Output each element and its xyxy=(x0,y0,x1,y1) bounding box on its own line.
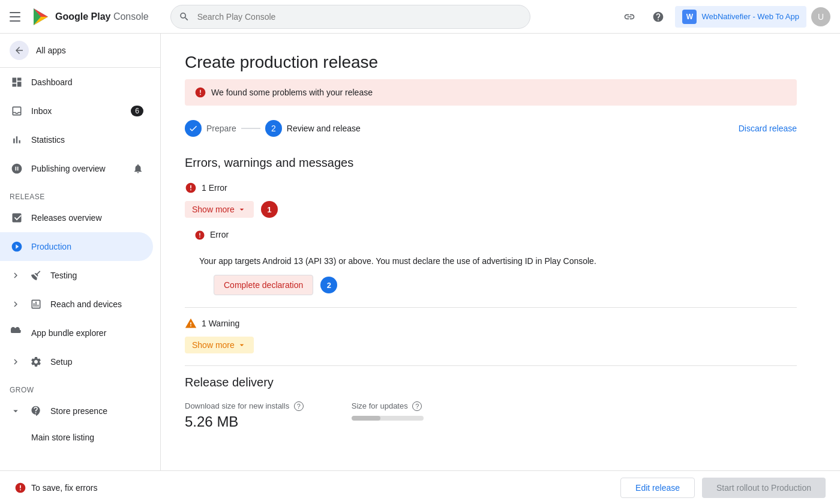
dashboard-icon xyxy=(10,75,24,89)
sidebar-item-setup[interactable]: Setup xyxy=(0,347,153,376)
publishing-label: Publishing overview xyxy=(31,164,125,173)
nav-right-actions: W WebNativefier - Web To App U xyxy=(617,5,830,29)
complete-declaration-button[interactable]: Complete declaration xyxy=(214,275,313,295)
warning-icon xyxy=(185,317,197,329)
update-help-icon[interactable]: ? xyxy=(412,401,422,411)
sidebar-item-inbox[interactable]: Inbox 6 xyxy=(0,97,153,125)
alert-text: We found some problems with your release xyxy=(211,88,373,97)
error-label: Error xyxy=(210,230,229,239)
warning-header: 1 Warning xyxy=(185,317,797,329)
steps-indicator: Prepare 2 Review and release Discard rel… xyxy=(185,120,797,137)
store-label: Store presence xyxy=(50,406,143,416)
reach-icon xyxy=(29,297,43,311)
update-size-item: Size for updates ? xyxy=(352,401,424,421)
main-content-area: Create production release We found some … xyxy=(161,34,840,470)
delivery-section-title: Release delivery xyxy=(185,376,797,389)
step-prepare: Prepare xyxy=(185,120,236,137)
alert-banner: We found some problems with your release xyxy=(185,79,797,106)
update-size-label: Size for updates ? xyxy=(352,401,424,411)
declaration-badge: 2 xyxy=(320,277,337,293)
error-message: Your app targets Android 13 (API 33) or … xyxy=(185,250,797,275)
bundle-icon xyxy=(10,326,24,340)
reach-label: Reach and devices xyxy=(50,299,143,309)
back-arrow-icon xyxy=(10,41,29,60)
dashboard-label: Dashboard xyxy=(31,77,143,87)
error-icon xyxy=(185,182,197,194)
main-listing-label: Main store listing xyxy=(31,433,143,442)
error-detail: Error xyxy=(185,225,797,245)
setup-label: Setup xyxy=(50,357,143,367)
hamburger-menu[interactable] xyxy=(10,10,24,24)
step-connector xyxy=(241,128,260,129)
releases-icon xyxy=(10,211,24,225)
download-size-label: Download size for new installs ? xyxy=(185,401,304,411)
app-name: WebNativefier - Web To App xyxy=(701,12,799,21)
app-selector[interactable]: W WebNativefier - Web To App xyxy=(675,6,806,28)
expand-store-icon xyxy=(10,405,22,417)
chevron-down-warning-icon xyxy=(237,340,247,350)
sidebar-item-reach[interactable]: Reach and devices xyxy=(0,290,153,319)
expand-testing-icon xyxy=(10,269,22,281)
expand-setup-icon xyxy=(10,356,22,368)
error-detail-icon xyxy=(194,230,205,241)
sidebar-item-statistics[interactable]: Statistics xyxy=(0,125,153,154)
bottom-error-text: To save, fix errors xyxy=(31,483,97,493)
download-size-item: Download size for new installs ? 5.26 MB xyxy=(185,401,304,430)
sidebar-item-production[interactable]: Production xyxy=(0,232,153,261)
sidebar-item-bundle[interactable]: App bundle explorer xyxy=(0,319,153,347)
search-input[interactable] xyxy=(170,5,530,29)
bell-icon xyxy=(133,163,143,174)
sidebar: All apps Dashboard Inbox 6 Statistics xyxy=(0,34,161,470)
bottom-error-area: To save, fix errors xyxy=(14,482,611,494)
production-icon xyxy=(10,239,24,254)
show-more-warning-button[interactable]: Show more xyxy=(185,337,254,353)
edit-release-button[interactable]: Edit release xyxy=(620,478,695,498)
search-bar[interactable] xyxy=(170,5,530,29)
inbox-badge: 6 xyxy=(131,106,143,116)
expand-reach-icon xyxy=(10,298,22,310)
search-icon xyxy=(179,11,190,22)
sidebar-item-main-listing[interactable]: Main store listing xyxy=(0,425,153,449)
testing-icon xyxy=(29,268,43,283)
inbox-label: Inbox xyxy=(31,106,124,116)
store-icon xyxy=(29,404,43,418)
show-more-error-button[interactable]: Show more xyxy=(185,201,254,218)
start-rollout-button[interactable]: Start rollout to Production xyxy=(702,478,826,498)
delivery-grid: Download size for new installs ? 5.26 MB… xyxy=(185,401,797,430)
divider-2 xyxy=(185,365,797,366)
sidebar-item-publishing[interactable]: Publishing overview xyxy=(0,154,153,183)
statistics-icon xyxy=(10,133,24,147)
divider-1 xyxy=(185,307,797,308)
logo-text: Google Play Console xyxy=(55,11,149,22)
sidebar-item-dashboard[interactable]: Dashboard xyxy=(0,68,153,97)
grow-section-header: Grow xyxy=(0,376,160,397)
statistics-label: Statistics xyxy=(31,135,143,145)
error-count-label: 1 Error xyxy=(202,183,227,193)
download-help-icon[interactable]: ? xyxy=(294,401,304,411)
all-apps-button[interactable]: All apps xyxy=(0,34,160,68)
logo[interactable]: Google Play Console xyxy=(31,7,149,26)
update-size-bar-fill xyxy=(352,416,380,421)
error-item: 1 Error Show more 1 Error Your app targe… xyxy=(185,182,797,295)
errors-section-title: Errors, warnings and messages xyxy=(185,156,797,170)
step-review: 2 Review and release xyxy=(265,120,361,137)
help-icon-button[interactable] xyxy=(646,5,670,29)
production-label: Production xyxy=(31,242,143,251)
sidebar-item-store-presence[interactable]: Store presence xyxy=(0,397,153,425)
bottom-error-icon xyxy=(14,482,26,494)
testing-label: Testing xyxy=(50,271,143,280)
page-title: Create production release xyxy=(185,53,797,72)
link-icon-button[interactable] xyxy=(617,5,641,29)
bottom-action-bar: To save, fix errors Edit release Start r… xyxy=(0,470,840,504)
top-navigation: Google Play Console W WebNativefier - We… xyxy=(0,0,840,34)
publishing-icon xyxy=(10,161,24,176)
step-prepare-circle xyxy=(185,120,202,137)
release-section-header: Release xyxy=(0,183,160,203)
user-avatar[interactable]: U xyxy=(811,7,830,26)
releases-overview-label: Releases overview xyxy=(31,213,143,223)
sidebar-item-releases-overview[interactable]: Releases overview xyxy=(0,203,153,232)
sidebar-item-testing[interactable]: Testing xyxy=(0,261,153,290)
error-header: 1 Error xyxy=(185,182,797,194)
discard-release-link[interactable]: Discard release xyxy=(739,124,797,133)
warning-count-label: 1 Warning xyxy=(202,319,239,328)
